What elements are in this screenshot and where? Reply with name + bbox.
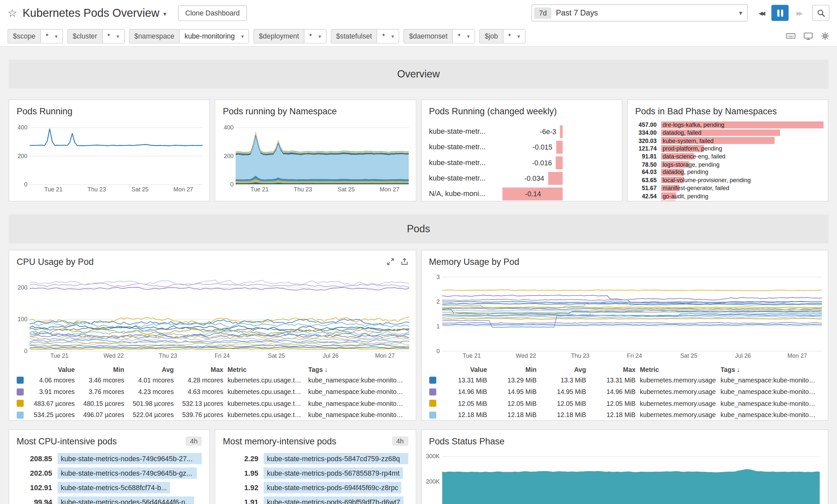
filter-value-dropdown[interactable]: *▾ bbox=[377, 29, 399, 43]
legend-tags: kube_namespace:kube-monitoring... bbox=[308, 400, 408, 407]
panel-title: Memory Usage by Pod bbox=[429, 257, 820, 267]
changed-weekly-row[interactable]: kube-state-metr...-6e-3 bbox=[422, 124, 622, 139]
changed-weekly-row[interactable]: kube-state-metr...-0.034 bbox=[422, 170, 622, 186]
toplist-row[interactable]: 202.05kube-state-metrics-nodes-749c9645b… bbox=[9, 466, 210, 480]
filter-value-dropdown[interactable]: *▾ bbox=[103, 29, 124, 43]
y-axis-tick-label: 200 bbox=[14, 152, 28, 159]
filter-value-dropdown[interactable]: *▾ bbox=[503, 29, 524, 43]
legend-column-header: Metric bbox=[228, 366, 308, 373]
bad-phase-row[interactable]: 42.54go-audit, pending bbox=[628, 192, 828, 200]
toplist-bar: kube-state-metrics-nodes-749c9645b-27... bbox=[58, 453, 202, 464]
x-axis-tick-label: Fri 24 bbox=[215, 353, 230, 359]
toplist-row[interactable]: 208.85kube-state-metrics-nodes-749c9645b… bbox=[9, 451, 210, 466]
toplist-value: 102.91 bbox=[14, 484, 58, 491]
toplist-row[interactable]: 2.29kube-state-metrics-pods-5847cd759-zz… bbox=[215, 451, 415, 466]
cpu-usage-chart[interactable]: 2001000Tue 21Wed 22Thu 23Fri 24Sat 25Jul… bbox=[14, 273, 409, 360]
bad-phase-row[interactable]: 91.81data-science-eng, failed bbox=[628, 152, 828, 160]
bad-phase-row[interactable]: 121.74prod-platform, pending bbox=[628, 145, 828, 152]
legend-value: 4.01 mcores bbox=[128, 377, 178, 384]
bad-phase-row[interactable]: 63.65local-volume-provisioner, pending bbox=[628, 176, 828, 184]
export-icon[interactable] bbox=[400, 258, 408, 266]
namespace-phase-label: datadog, pending bbox=[663, 169, 709, 176]
toplist-bar: kube-state-metrics-pods-5847cd759-zz68q bbox=[264, 453, 408, 464]
series-swatch[interactable] bbox=[429, 400, 442, 407]
negative-change-bar bbox=[556, 156, 563, 169]
legend-row: 12.05 MiB12.05 MiB12.05 MiB12.05 MiBkube… bbox=[429, 398, 820, 409]
legend-value: 13.31 MiB bbox=[442, 377, 491, 384]
series-swatch[interactable] bbox=[429, 411, 442, 418]
favorite-star-icon[interactable]: ☆ bbox=[7, 6, 17, 19]
bad-phase-row[interactable]: 457.00dre-logs-kafka, pending bbox=[628, 121, 828, 129]
step-back-button[interactable]: ◀◀ bbox=[753, 5, 769, 21]
changed-weekly-row[interactable]: kube-state-metr...-0.015 bbox=[422, 139, 622, 155]
legend-column-header: Value bbox=[442, 366, 491, 373]
timeframe-badge: 4h bbox=[392, 436, 408, 446]
top-cpu-list: 208.85kube-state-metrics-nodes-749c9645b… bbox=[9, 451, 210, 504]
y-axis-tick-label: 1 bbox=[426, 323, 440, 329]
dashboard-menu-chevron-icon[interactable]: ▾ bbox=[163, 10, 166, 18]
bad-phase-row[interactable]: 41.20node-monitoring, pending bbox=[628, 200, 828, 202]
legend-metric: kubernetes.memory.usage bbox=[640, 388, 721, 396]
panel-title: Pods Running bbox=[17, 106, 202, 116]
x-axis-tick-label: Wed 22 bbox=[104, 353, 124, 359]
namespace-phase-label: kube-system, failed bbox=[663, 137, 714, 144]
filter-value-dropdown[interactable]: kube-monitoring▾ bbox=[180, 29, 248, 43]
series-swatch[interactable] bbox=[429, 377, 442, 384]
bad-phase-value: 64.03 bbox=[632, 169, 661, 176]
keyboard-shortcuts-button[interactable] bbox=[786, 32, 796, 40]
bad-phase-row[interactable]: 334.00datadog, failed bbox=[628, 129, 828, 137]
time-range-selector[interactable]: 7d Past 7 Days ▾ bbox=[532, 4, 748, 21]
memory-usage-chart[interactable]: 3210Tue 21Wed 22Thu 23Fri 24Sat 25Jul 26… bbox=[426, 273, 821, 360]
changed-weekly-row[interactable]: kube-state-metr...-0.016 bbox=[422, 155, 622, 170]
bad-phase-row[interactable]: 51.67manifest-generator, failed bbox=[628, 184, 828, 192]
series-swatch[interactable] bbox=[429, 389, 442, 395]
change-value: -0.14 bbox=[525, 190, 541, 198]
series-swatch[interactable] bbox=[17, 389, 30, 395]
panel-pods-by-namespace: Pods running by Namespace 4002000Tue 21T… bbox=[215, 100, 416, 202]
top-memory-list: 2.29kube-state-metrics-pods-5847cd759-zz… bbox=[215, 451, 415, 504]
legend-column-header: Min bbox=[79, 366, 128, 373]
pause-button[interactable] bbox=[771, 5, 788, 21]
chart-gridline bbox=[30, 184, 203, 185]
filter-value-dropdown[interactable]: *▾ bbox=[41, 29, 62, 43]
tv-mode-button[interactable] bbox=[804, 32, 813, 40]
settings-button[interactable] bbox=[821, 32, 830, 40]
clone-dashboard-button[interactable]: Clone Dashboard bbox=[178, 5, 247, 20]
legend-row: 4.06 mcores3.46 mcores4.01 mcores4.28 mc… bbox=[17, 375, 408, 386]
filter-chip: $statefulset*▾ bbox=[331, 29, 399, 43]
toplist-row[interactable]: 1.95kube-state-metrics-pods-567855879-rp… bbox=[215, 466, 415, 480]
namespace-phase-label: manifest-generator, failed bbox=[663, 185, 730, 192]
changed-weekly-row[interactable]: N/A, kube-moni...-0.14 bbox=[422, 186, 622, 201]
legend-value: 3.91 mcores bbox=[30, 388, 79, 396]
change-value: -0.034 bbox=[524, 174, 544, 182]
toplist-row[interactable]: 1.91kube-state-metrics-pods-69bf59df7b-d… bbox=[215, 495, 415, 504]
y-axis-tick-label: 200 bbox=[14, 284, 28, 290]
filter-value-dropdown[interactable]: *▾ bbox=[453, 29, 475, 43]
series-swatch[interactable] bbox=[17, 400, 30, 407]
template-variables: $scope*▾$cluster*▾$namespacekube-monitor… bbox=[7, 29, 526, 43]
legend-metric: kubernetes.cpu.usage.total bbox=[228, 388, 308, 396]
toplist-row[interactable]: 99.94kube-state-metrics-nodes-56d46444f6… bbox=[9, 495, 210, 504]
legend-value: 501.98 µcores bbox=[128, 400, 178, 407]
bad-phase-row[interactable]: 78.50logs-storage, pending bbox=[628, 160, 828, 168]
search-button[interactable] bbox=[812, 5, 830, 21]
pods-by-namespace-chart[interactable]: 4002000Tue 21Thu 23Sat 25Mon 27 bbox=[219, 122, 409, 194]
metric-label: N/A, kube-moni... bbox=[429, 190, 501, 198]
legend-metric: kubernetes.cpu.usage.total bbox=[228, 400, 308, 407]
toplist-row[interactable]: 102.91kube-state-metrics-5c688fcf74-b... bbox=[9, 480, 210, 495]
x-axis-tick-label: Tue 21 bbox=[50, 353, 69, 359]
toplist-row[interactable]: 1.92kube-state-metrics-pods-694f45f69c-z… bbox=[215, 480, 415, 495]
filter-value-dropdown[interactable]: *▾ bbox=[304, 29, 326, 43]
legend-value: 534.25 µcores bbox=[30, 411, 79, 419]
expand-icon[interactable] bbox=[387, 258, 394, 266]
legend-tags: kube_namespace:kube-monitoring... bbox=[308, 411, 408, 419]
bad-phase-row[interactable]: 320.03kube-system, failed bbox=[628, 137, 828, 145]
legend-tags: kube_namespace:kube-monitoring,pod_name:… bbox=[721, 411, 820, 419]
series-swatch[interactable] bbox=[17, 377, 30, 384]
bad-phase-row[interactable]: 64.03datadog, pending bbox=[628, 168, 828, 176]
y-axis-tick-label: 200K bbox=[426, 478, 440, 485]
pods-status-phase-chart[interactable]: 300K200K100K bbox=[426, 451, 819, 504]
pods-running-chart[interactable]: 4002000Tue 21Thu 23Sat 25Mon 27 bbox=[14, 122, 203, 194]
series-swatch[interactable] bbox=[17, 411, 30, 418]
step-forward-button[interactable]: ▶▶ bbox=[791, 5, 807, 21]
